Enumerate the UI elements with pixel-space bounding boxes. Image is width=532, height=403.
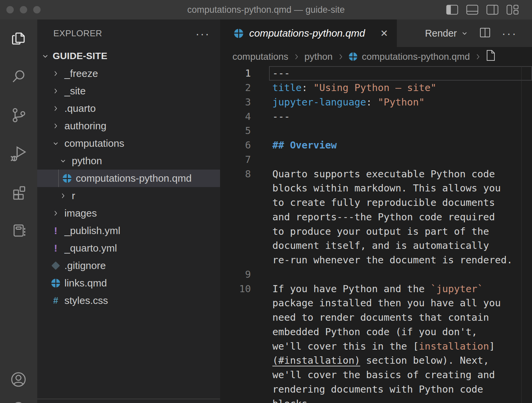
zoom-window-icon[interactable] — [33, 6, 41, 13]
search-icon[interactable] — [10, 68, 28, 86]
tree-item-label: .gitignore — [64, 260, 106, 271]
code-text: rendering documents with Python code — [251, 384, 483, 395]
quarto-file-icon — [349, 52, 357, 61]
split-editor-icon[interactable] — [480, 28, 490, 39]
code-line-wrap[interactable]: document itself, and is automatically — [220, 238, 532, 253]
code-line-9[interactable]: 9 — [220, 267, 532, 282]
line-number: 3 — [220, 96, 251, 108]
tree-item-label: python — [72, 155, 102, 167]
line-number: 1 — [220, 68, 251, 79]
code-line-5[interactable]: 5 — [220, 124, 532, 138]
quarto-file-icon — [63, 174, 71, 183]
render-button[interactable]: Render — [425, 28, 468, 39]
tree-item-computations-python.qmd[interactable]: computations-python.qmd — [37, 170, 220, 187]
tree-item-_freeze[interactable]: _freeze — [37, 65, 220, 82]
code-line-wrap[interactable]: rendering documents with Python code — [220, 382, 532, 397]
code-line-7[interactable]: 7 — [220, 152, 532, 167]
code-line-wrap[interactable]: (#installation) section below). Next, — [220, 353, 532, 368]
code-line-8[interactable]: 8Quarto supports executable Python code — [220, 167, 532, 181]
code-line-wrap[interactable]: need to render documents that contain — [220, 310, 532, 325]
code-line-wrap[interactable]: and reports---the Python code required — [220, 210, 532, 224]
code-line-wrap[interactable]: blocks. — [220, 396, 532, 403]
chevron-right-icon — [52, 70, 59, 77]
code-line-wrap[interactable]: blocks within markdown. This allows you — [220, 181, 532, 195]
tree-item-label: r — [72, 190, 75, 202]
code-line-wrap[interactable]: we'll cover this in the [installation] — [220, 339, 532, 353]
section-guide-site[interactable]: GUIDE-SITE — [37, 47, 220, 65]
tree-item-links.qmd[interactable]: links.qmd — [37, 274, 220, 292]
editor-group: computations-python.qmd ✕ Render ··· com… — [220, 19, 532, 403]
breadcrumb-computations[interactable]: computations — [232, 51, 288, 62]
tree-item-label: authoring — [64, 120, 106, 132]
breadcrumb-python[interactable]: python — [305, 51, 333, 62]
tree-item-python[interactable]: python — [37, 152, 220, 170]
tree-item-authoring[interactable]: authoring — [37, 117, 220, 135]
explorer-more-actions-icon[interactable]: ··· — [196, 30, 210, 37]
outline-section[interactable]: OUTLINE — [37, 399, 220, 403]
notebook-icon[interactable] — [10, 221, 28, 239]
css-file-icon: # — [53, 296, 58, 305]
account-icon[interactable] — [10, 371, 27, 388]
tab-computations-python[interactable]: computations-python.qmd ✕ — [220, 19, 397, 47]
tree-item-computations[interactable]: computations — [37, 135, 220, 152]
tree-item-label: _site — [64, 85, 86, 97]
code-text: and reports---the Python code required — [251, 211, 495, 223]
code-line-wrap[interactable]: to produce your output is part of the — [220, 224, 532, 238]
code-text: we'll cover this in the [installation] — [251, 341, 495, 352]
tree-item-styles.css[interactable]: #styles.css — [37, 292, 220, 309]
code-text: Quarto supports executable Python code — [251, 168, 495, 180]
code-text: If you have Python and the `jupyter` — [251, 283, 483, 295]
code-line-2[interactable]: 2title: "Using Python — site" — [220, 81, 532, 95]
tree-item-label: _freeze — [64, 68, 98, 79]
code-text: embedded Python code (if you don't, — [251, 326, 477, 338]
close-window-icon[interactable] — [6, 6, 14, 13]
editor-more-actions-icon[interactable]: ··· — [502, 27, 517, 40]
quarto-file-icon — [234, 29, 243, 38]
line-number: 2 — [220, 82, 251, 93]
quarto-file-icon — [51, 279, 60, 287]
code-text: package installed then you have all you — [251, 297, 501, 309]
code-line-3[interactable]: 3jupyter-language: "Python" — [220, 95, 532, 109]
code-line-10[interactable]: 10If you have Python and the `jupyter` — [220, 281, 532, 296]
chevron-right-icon — [475, 53, 481, 61]
tree-item-.gitignore[interactable]: .gitignore — [37, 257, 220, 274]
tree-item-r[interactable]: r — [37, 187, 220, 205]
code-line-wrap[interactable]: to create fully reproducible documents — [220, 195, 532, 210]
code-editor[interactable]: 1---2title: "Using Python — site"3jupyte… — [220, 66, 532, 403]
tree-item-.quarto[interactable]: .quarto — [37, 100, 220, 117]
tree-item-images[interactable]: images — [37, 205, 220, 222]
close-tab-icon[interactable]: ✕ — [380, 28, 388, 39]
code-line-wrap[interactable]: embedded Python code (if you don't, — [220, 325, 532, 339]
tree-item-_site[interactable]: _site — [37, 82, 220, 100]
code-line-wrap[interactable]: we'll cover the basics of creating and — [220, 368, 532, 382]
vscode-window: computations-python.qmd — guide-site — [0, 0, 532, 403]
line-number: 6 — [220, 139, 251, 151]
line-number: 4 — [220, 111, 251, 122]
render-label: Render — [425, 28, 457, 39]
tree-item-_publish.yml[interactable]: !_publish.yml — [37, 222, 220, 239]
yaml-file-icon: ! — [54, 226, 57, 235]
customize-layout-icon[interactable] — [507, 5, 519, 15]
explorer-files-icon[interactable] — [10, 30, 28, 47]
minimize-window-icon[interactable] — [20, 6, 27, 13]
gear-icon[interactable] — [10, 400, 26, 403]
tree-item-_quarto.yml[interactable]: !_quarto.yml — [37, 239, 220, 257]
extensions-icon[interactable] — [10, 183, 28, 200]
code-text: jupyter-language: "Python" — [251, 96, 425, 108]
code-line-wrap[interactable]: package installed then you have all you — [220, 296, 532, 310]
current-line-highlight — [269, 66, 532, 81]
code-line-4[interactable]: 4--- — [220, 109, 532, 124]
toggle-primary-sidebar-icon[interactable] — [446, 5, 458, 15]
toggle-panel-icon[interactable] — [466, 5, 478, 15]
code-line-6[interactable]: 6## Overview — [220, 138, 532, 152]
code-text: to create fully reproducible documents — [251, 197, 495, 208]
code-line-wrap[interactable]: re-run whenever the document is rendered… — [220, 253, 532, 267]
tree-item-label: links.qmd — [64, 277, 107, 289]
code-text: to produce your output is part of the — [251, 226, 489, 237]
source-control-icon[interactable] — [10, 106, 28, 124]
toggle-secondary-sidebar-icon[interactable] — [486, 5, 498, 15]
tree-item-label: _publish.yml — [64, 225, 120, 236]
run-debug-icon[interactable] — [10, 145, 28, 162]
breadcrumb-file[interactable]: computations-python.qmd — [362, 51, 470, 62]
tree-item-label: .quarto — [64, 103, 96, 114]
